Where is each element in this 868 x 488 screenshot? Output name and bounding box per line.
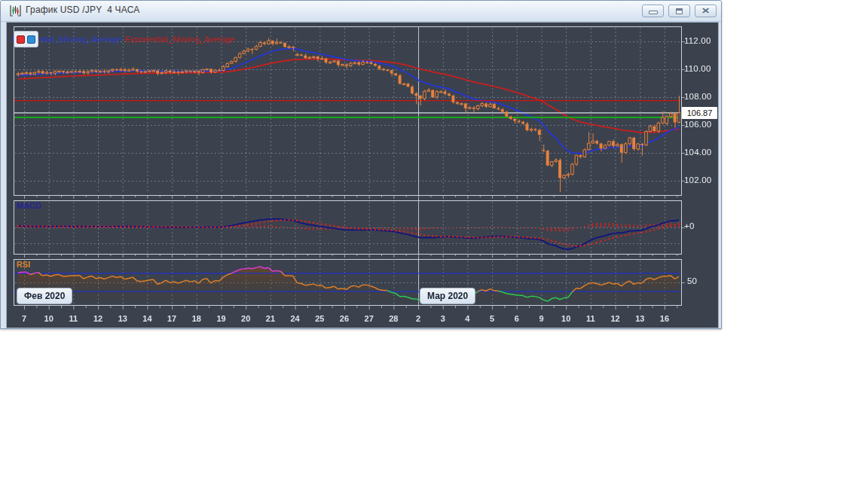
close-icon: ✕ [701,7,711,15]
date-axis-label: 11 [69,314,78,323]
date-axis-label: 3 [441,314,445,323]
indicator-legend: Exponential_Moving_AverageExponential_Mo… [11,35,235,44]
date-axis-label: 21 [266,314,275,323]
macd-pane-label: MACD [17,201,41,210]
price-axis-label: 112.00 [684,36,711,45]
rsi-mid-label: 50 [687,276,697,285]
date-axis-label: 19 [216,314,225,323]
date-axis-label: 10 [44,314,53,323]
window-controls: ✕ [642,5,717,17]
price-axis-label: 106.00 [684,120,711,129]
date-axis-label: 9 [539,314,543,323]
date-axis-label: 27 [365,314,374,323]
price-axis-label: 102.00 [684,175,711,185]
date-axis-label: 7 [22,314,26,323]
date-axis-label: 4 [465,314,469,323]
rsi-pane-label: RSI [17,260,30,269]
chart-surface: Exponential_Moving_AverageExponential_Mo… [6,22,719,328]
month-badge-mar: Мар 2020 [420,288,475,304]
date-axis-label: 12 [93,314,102,323]
date-axis-label: 12 [610,314,619,323]
date-axis-label: 18 [192,314,201,323]
close-button[interactable]: ✕ [695,5,717,17]
price-axis-label: 110.00 [684,64,711,73]
price-axis-label: 104.00 [684,148,711,157]
current-price-tag: 106.87 [682,107,717,119]
date-axis-label: 16 [660,314,669,323]
restore-icon [676,8,683,14]
date-axis-label: 14 [142,314,151,323]
date-axis-label: 25 [315,314,324,323]
date-axis-label: 2 [416,314,420,323]
minimize-button[interactable] [642,5,664,17]
date-axis-label: 6 [515,314,519,323]
date-axis-label: 24 [290,314,299,323]
restore-button[interactable] [668,5,690,17]
price-axis-label: 108.00 [684,92,711,101]
date-axis-label: 13 [635,314,644,323]
month-badge-feb: Фев 2020 [17,288,72,304]
date-axis-label: 20 [241,314,250,323]
macd-zero-label: +0 [684,221,695,230]
date-axis-label: 17 [167,314,176,323]
date-axis-label: 28 [389,314,398,323]
minimize-icon [649,11,658,14]
chart-app-icon [9,5,22,17]
titlebar[interactable]: График USD /JPY 4 ЧАСА ✕ [1,1,721,22]
ema-slow-legend-label: Exponential_Moving_Average [125,35,235,44]
client-area: Exponential_Moving_AverageExponential_Mo… [1,22,721,328]
date-axis-label: 13 [118,314,127,323]
legend-chip-blue[interactable] [27,35,35,44]
window-title: График USD /JPY 4 ЧАСА [26,5,140,15]
date-axis-label: 26 [340,314,349,323]
chart-window: График USD /JPY 4 ЧАСА ✕ Exponential_Mov… [0,0,722,329]
date-axis-label: 5 [490,314,494,323]
legend-chip-box [14,31,38,47]
date-axis-label: 10 [561,314,570,323]
date-axis-label: 11 [586,314,595,323]
price-chart-canvas[interactable] [7,23,718,328]
legend-chip-red[interactable] [17,35,25,44]
